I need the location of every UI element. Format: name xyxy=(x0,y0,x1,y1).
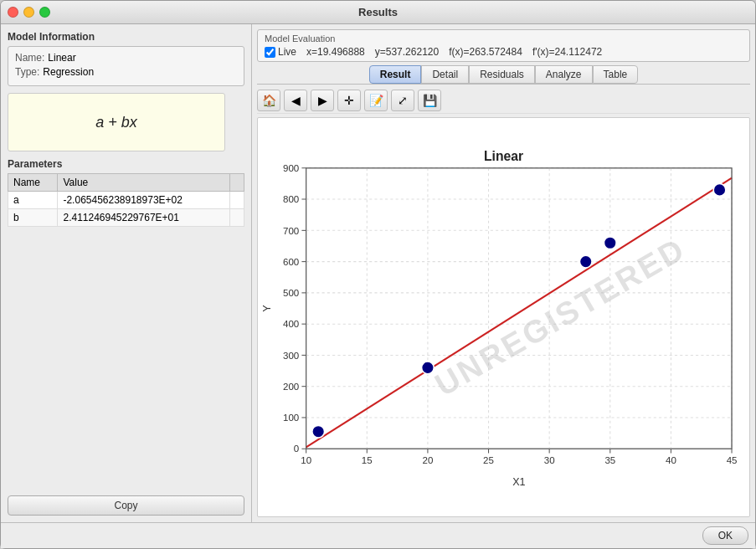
param-name-cell: b xyxy=(8,209,58,227)
back-button[interactable]: ◀ xyxy=(284,90,307,111)
col-header-name: Name xyxy=(8,174,58,192)
svg-text:25: 25 xyxy=(483,455,494,465)
live-checkbox[interactable]: Live xyxy=(265,46,296,58)
svg-text:Y: Y xyxy=(261,305,273,312)
svg-text:700: 700 xyxy=(283,226,299,236)
svg-text:Linear: Linear xyxy=(484,149,523,163)
y-stat: y=537.262120 xyxy=(375,46,439,58)
table-row: b2.411246945229767E+01 xyxy=(8,209,244,227)
left-panel: Model Information Name: Linear Type: Reg… xyxy=(1,24,252,522)
svg-text:200: 200 xyxy=(283,382,299,392)
svg-text:100: 100 xyxy=(283,413,299,423)
window-controls xyxy=(8,7,50,18)
model-eval-title: Model Evaluation xyxy=(265,33,743,44)
maximize-button[interactable] xyxy=(39,7,50,18)
svg-point-23 xyxy=(713,184,726,197)
ok-button[interactable]: OK xyxy=(702,526,748,545)
svg-point-19 xyxy=(312,425,325,438)
live-check[interactable] xyxy=(265,47,275,58)
svg-text:300: 300 xyxy=(283,351,299,361)
x-stat: x=19.496888 xyxy=(306,46,365,58)
svg-text:X1: X1 xyxy=(512,476,525,488)
svg-text:40: 40 xyxy=(666,455,676,465)
close-button[interactable] xyxy=(8,7,18,18)
table-row: a-2.065456238918973E+02 xyxy=(8,192,244,209)
model-info-title: Model Information xyxy=(8,31,244,43)
param-extra-cell xyxy=(229,209,244,227)
titlebar: Results xyxy=(1,1,755,24)
toolbar-row: 🏠 ◀ ▶ ✛ 📝 ⤢ 💾 xyxy=(257,88,750,114)
bottom-bar: OK xyxy=(1,522,755,548)
param-extra-cell xyxy=(229,192,244,209)
col-header-extra xyxy=(229,174,244,192)
type-value: Regression xyxy=(43,66,94,78)
svg-text:0: 0 xyxy=(294,444,299,454)
fx-stat: f(x)=263.572484 xyxy=(449,46,522,58)
window-title: Results xyxy=(358,6,398,18)
name-value: Linear xyxy=(48,52,75,64)
minimize-button[interactable] xyxy=(23,7,34,18)
edit-button[interactable]: 📝 xyxy=(364,90,388,111)
formula-box: a + bx xyxy=(8,93,225,151)
svg-text:400: 400 xyxy=(283,319,299,329)
model-info-box: Name: Linear Type: Regression xyxy=(8,46,244,86)
move-button[interactable]: ✛ xyxy=(337,90,361,111)
home-button[interactable]: 🏠 xyxy=(257,90,280,111)
svg-text:45: 45 xyxy=(727,455,738,465)
param-value-cell: 2.411246945229767E+01 xyxy=(58,209,229,227)
tab-residuals[interactable]: Residuals xyxy=(469,65,535,84)
eval-row: Live x=19.496888 y=537.262120 f(x)=263.5… xyxy=(265,46,743,58)
svg-point-20 xyxy=(422,362,435,374)
parameters-section: Parameters Name Value a-2.06545623891897… xyxy=(8,158,244,482)
param-name-cell: a xyxy=(8,192,58,209)
live-label: Live xyxy=(278,46,296,58)
model-type-row: Type: Regression xyxy=(15,66,237,78)
svg-text:800: 800 xyxy=(283,194,299,204)
formula-text: a + bx xyxy=(95,114,137,131)
name-label: Name: xyxy=(15,52,44,64)
forward-button[interactable]: ▶ xyxy=(311,90,334,111)
svg-text:900: 900 xyxy=(283,163,299,173)
tabs-row: ResultDetailResidualsAnalyzeTable xyxy=(257,65,750,85)
model-name-row: Name: Linear xyxy=(15,52,237,64)
svg-text:600: 600 xyxy=(283,257,299,267)
svg-text:20: 20 xyxy=(422,455,433,465)
fpx-stat: f'(x)=24.112472 xyxy=(532,46,602,58)
expand-button[interactable]: ⤢ xyxy=(391,90,414,111)
copy-button[interactable]: Copy xyxy=(8,495,244,516)
tab-detail[interactable]: Detail xyxy=(421,65,469,84)
parameters-title: Parameters xyxy=(8,158,244,170)
svg-text:10: 10 xyxy=(301,455,311,465)
svg-text:35: 35 xyxy=(604,455,615,465)
param-value-cell: -2.065456238918973E+02 xyxy=(58,192,229,209)
tab-result[interactable]: Result xyxy=(369,65,422,84)
main-window: Results Model Information Name: Linear T… xyxy=(0,0,756,549)
svg-point-22 xyxy=(604,237,616,249)
chart-svg: 1015202530354045010020030040050060070080… xyxy=(258,118,749,516)
copy-button-wrapper: Copy xyxy=(8,489,244,516)
tab-table[interactable]: Table xyxy=(593,65,639,84)
col-header-value: Value xyxy=(58,174,229,192)
model-eval-section: Model Evaluation Live x=19.496888 y=537.… xyxy=(257,29,750,62)
svg-text:15: 15 xyxy=(362,455,373,465)
save-button[interactable]: 💾 xyxy=(418,90,441,111)
svg-text:500: 500 xyxy=(283,288,299,298)
parameters-table: Name Value a-2.065456238918973E+02b2.411… xyxy=(8,173,244,227)
type-label: Type: xyxy=(15,66,39,78)
right-panel: Model Evaluation Live x=19.496888 y=537.… xyxy=(252,24,755,522)
svg-point-21 xyxy=(579,255,592,268)
svg-text:30: 30 xyxy=(544,455,555,465)
model-info-section: Model Information Name: Linear Type: Reg… xyxy=(8,31,244,86)
tab-analyze[interactable]: Analyze xyxy=(535,65,593,84)
main-content: Model Information Name: Linear Type: Reg… xyxy=(1,24,755,522)
chart-container: 1015202530354045010020030040050060070080… xyxy=(257,117,750,517)
